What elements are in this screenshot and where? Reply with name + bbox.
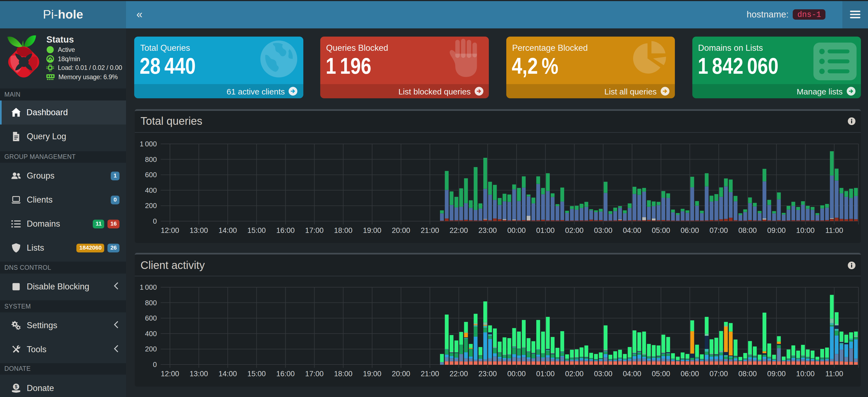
svg-text:09:00: 09:00 [767,226,786,234]
svg-text:05:00: 05:00 [651,370,670,378]
svg-text:800: 800 [145,299,157,307]
svg-text:21:00: 21:00 [421,370,439,378]
svg-text:17:00: 17:00 [305,370,323,378]
svg-text:12:00: 12:00 [160,226,179,234]
svg-text:07:00: 07:00 [709,226,728,234]
svg-text:15:00: 15:00 [247,226,266,234]
svg-text:200: 200 [145,345,157,353]
svg-text:22:00: 22:00 [449,226,468,234]
svg-text:11:00: 11:00 [825,370,843,378]
svg-text:05:00: 05:00 [651,226,670,234]
svg-text:21:00: 21:00 [421,226,439,234]
svg-text:800: 800 [145,155,157,163]
svg-text:18:00: 18:00 [334,370,352,378]
svg-text:06:00: 06:00 [680,226,699,234]
svg-text:10:00: 10:00 [796,226,814,234]
svg-text:06:00: 06:00 [680,370,699,378]
svg-text:1 000: 1 000 [140,283,157,291]
svg-text:600: 600 [145,314,157,322]
svg-text:600: 600 [145,170,157,178]
svg-text:01:00: 01:00 [536,226,555,234]
svg-text:00:00: 00:00 [507,226,526,234]
svg-text:04:00: 04:00 [622,370,641,378]
svg-text:16:00: 16:00 [276,370,294,378]
svg-text:0: 0 [153,217,157,225]
svg-text:20:00: 20:00 [392,370,410,378]
svg-text:14:00: 14:00 [218,370,237,378]
svg-text:12:00: 12:00 [160,370,179,378]
svg-text:400: 400 [145,186,157,194]
svg-text:17:00: 17:00 [305,226,323,234]
svg-text:1 000: 1 000 [140,140,157,148]
svg-text:14:00: 14:00 [218,226,237,234]
svg-text:11:00: 11:00 [825,226,843,234]
svg-text:08:00: 08:00 [738,226,757,234]
svg-text:18:00: 18:00 [334,226,352,234]
svg-text:13:00: 13:00 [189,370,208,378]
svg-text:20:00: 20:00 [392,226,410,234]
svg-text:13:00: 13:00 [189,226,208,234]
svg-text:08:00: 08:00 [738,370,757,378]
svg-text:04:00: 04:00 [622,226,641,234]
svg-text:03:00: 03:00 [594,226,612,234]
svg-text:23:00: 23:00 [478,226,497,234]
svg-text:0: 0 [153,361,157,369]
svg-text:00:00: 00:00 [507,370,526,378]
svg-text:02:00: 02:00 [565,226,584,234]
svg-text:09:00: 09:00 [767,370,786,378]
svg-text:07:00: 07:00 [709,370,728,378]
svg-text:400: 400 [145,330,157,338]
svg-text:23:00: 23:00 [478,370,497,378]
svg-text:02:00: 02:00 [565,370,584,378]
svg-text:200: 200 [145,201,157,209]
svg-text:22:00: 22:00 [449,370,468,378]
svg-text:16:00: 16:00 [276,226,294,234]
svg-text:19:00: 19:00 [363,370,381,378]
svg-text:10:00: 10:00 [796,370,814,378]
svg-text:03:00: 03:00 [594,370,612,378]
svg-text:15:00: 15:00 [247,370,266,378]
svg-text:19:00: 19:00 [363,226,381,234]
svg-text:01:00: 01:00 [536,370,555,378]
svg-text:$: $ [15,384,18,389]
